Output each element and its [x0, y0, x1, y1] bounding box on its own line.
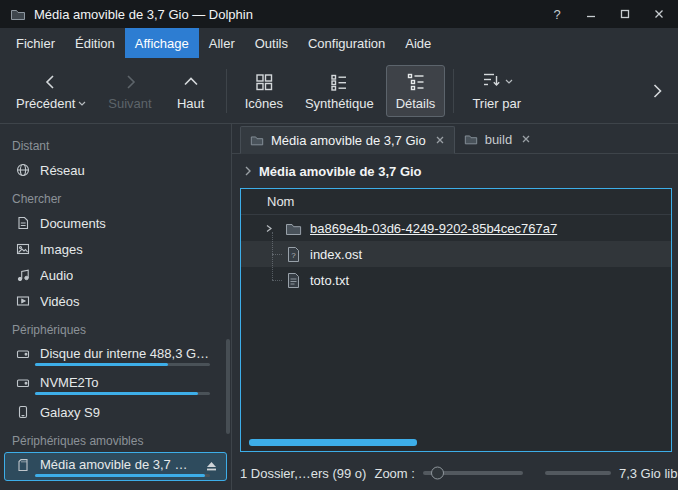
close-icon: [653, 8, 665, 20]
sidebar-item-documents[interactable]: Documents: [4, 210, 227, 236]
window-title: Média amovible de 3,7 Gio — Dolphin: [34, 7, 253, 22]
folder-icon: [464, 132, 478, 146]
image-icon: [15, 241, 31, 257]
menubar: Fichier Édition Affichage Aller Outils C…: [0, 28, 678, 58]
tab-close-icon[interactable]: [521, 134, 531, 144]
file-row-folder[interactable]: ba869e4b-03d6-4249-9202-85b4cec767a7: [241, 215, 671, 241]
up-icon: [180, 71, 202, 93]
main-view: Média amovible de 3,7 Gio build Média am…: [232, 124, 678, 490]
tab-close-icon[interactable]: [435, 135, 445, 145]
dolphin-window: Média amovible de 3,7 Gio — Dolphin ? Fi…: [0, 0, 678, 490]
file-row-index-ost[interactable]: ? index.ost: [241, 241, 671, 267]
grid-view-icon: [253, 71, 275, 93]
toolbar: Précédent Suivant Haut Icônes Synthétiqu…: [0, 58, 678, 124]
breadcrumb[interactable]: Média amovible de 3,7 Gio: [232, 154, 678, 188]
back-icon: [40, 71, 62, 93]
section-title-chercher: Chercher: [0, 183, 231, 210]
titlebar: Média amovible de 3,7 Gio — Dolphin ?: [0, 0, 678, 28]
zoom-label: Zoom :: [374, 466, 414, 481]
menu-item-edition[interactable]: Édition: [65, 28, 125, 58]
unknown-file-icon: ?: [285, 246, 302, 263]
column-header-nom[interactable]: Nom: [241, 189, 671, 215]
up-button[interactable]: Haut: [164, 65, 218, 117]
maximize-button[interactable]: [616, 5, 634, 23]
disk-usage-bar: [35, 363, 210, 366]
sidebar-item-reseau[interactable]: Réseau: [4, 157, 227, 183]
toolbar-separator: [226, 69, 227, 113]
file-rows: ba869e4b-03d6-4249-9202-85b4cec767a7 ? i…: [241, 215, 671, 451]
document-icon: [15, 215, 31, 231]
status-bar: 1 Dossier,…ers (99 o) Zoom : 7,3 Gio lib…: [232, 456, 678, 490]
expander-chevron-icon[interactable]: [265, 224, 273, 233]
disk-usage-bar: [35, 392, 210, 395]
sort-by-button[interactable]: Trier par: [462, 65, 531, 117]
details-view-button[interactable]: Détails: [386, 65, 446, 117]
app-icon: [10, 6, 26, 22]
network-icon: [15, 162, 31, 178]
sidebar-item-audio[interactable]: Audio: [4, 262, 227, 288]
chevron-down-icon: [78, 101, 86, 106]
toolbar-separator: [453, 69, 454, 113]
tab-bar: Média amovible de 3,7 Gio build: [232, 124, 678, 154]
overflow-chevron-icon: [646, 80, 668, 102]
chevron-down-icon: [505, 79, 513, 84]
menu-item-affichage[interactable]: Affichage: [125, 28, 199, 58]
forward-icon: [119, 71, 141, 93]
sidebar-item-galaxy-s9[interactable]: Galaxy S9: [4, 399, 227, 425]
details-view-icon: [405, 71, 427, 93]
help-icon: ?: [553, 7, 560, 22]
back-button[interactable]: Précédent: [6, 65, 96, 117]
disk-usage-bar: [35, 474, 210, 477]
hdd-icon: [15, 375, 31, 391]
tab-build[interactable]: build: [455, 125, 540, 153]
toolbar-overflow-button[interactable]: [642, 76, 672, 106]
folder-icon: [250, 133, 264, 147]
video-icon: [15, 293, 31, 309]
sidebar-scrollbar[interactable]: [226, 339, 230, 434]
content: Distant Réseau Chercher Documents Images…: [0, 124, 678, 490]
text-file-icon: [285, 272, 302, 289]
help-button[interactable]: ?: [548, 5, 566, 23]
hdd-icon: [15, 346, 31, 362]
forward-button[interactable]: Suivant: [98, 65, 161, 117]
menu-item-aide[interactable]: Aide: [395, 28, 441, 58]
sidebar-item-videos[interactable]: Vidéos: [4, 288, 227, 314]
zoom-slider[interactable]: [423, 471, 523, 475]
zoom-slider-handle[interactable]: [431, 467, 444, 480]
section-title-peripheriques: Périphériques: [0, 314, 231, 341]
compact-view-button[interactable]: Synthétique: [295, 65, 384, 117]
sidebar-item-disque-dur-interne[interactable]: Disque dur interne 488,3 G…: [4, 341, 227, 370]
section-title-distant: Distant: [0, 130, 231, 157]
sdcard-icon: [15, 457, 31, 473]
compact-view-icon: [328, 71, 350, 93]
window-controls: ?: [548, 5, 668, 23]
viewport: Nom ba869e4b-03d6-4249-9202-85b4cec767a7: [232, 188, 678, 456]
sidebar-item-nvme2to[interactable]: NVME2To: [4, 370, 227, 399]
breadcrumb-location[interactable]: Média amovible de 3,7 Gio: [259, 164, 422, 179]
menu-item-outils[interactable]: Outils: [245, 28, 298, 58]
maximize-icon: [619, 8, 631, 20]
eject-icon[interactable]: [205, 460, 218, 473]
sort-icon: [480, 69, 502, 94]
file-view[interactable]: Nom ba869e4b-03d6-4249-9202-85b4cec767a7: [240, 188, 672, 452]
sidebar-item-images[interactable]: Images: [4, 236, 227, 262]
selection-summary: 1 Dossier,…ers (99 o): [240, 466, 366, 481]
phone-icon: [15, 404, 31, 420]
folder-icon: [285, 220, 302, 237]
menu-item-configuration[interactable]: Configuration: [298, 28, 395, 58]
close-button[interactable]: [650, 5, 668, 23]
free-space-label: 7,3 Gio libre(s): [619, 466, 678, 481]
places-panel: Distant Réseau Chercher Documents Images…: [0, 124, 232, 490]
svg-text:?: ?: [291, 250, 296, 259]
tab-media-amovible[interactable]: Média amovible de 3,7 Gio: [240, 126, 455, 154]
file-row-toto-txt[interactable]: toto.txt: [241, 267, 671, 293]
menu-item-fichier[interactable]: Fichier: [6, 28, 65, 58]
icons-view-button[interactable]: Icônes: [235, 65, 293, 117]
menu-item-aller[interactable]: Aller: [199, 28, 245, 58]
horizontal-scrollbar[interactable]: [249, 439, 417, 446]
audio-icon: [15, 267, 31, 283]
free-space-bar: [545, 471, 611, 475]
sidebar-item-media-amovible[interactable]: Média amovible de 3,7 …: [4, 452, 227, 481]
section-title-peripheriques-amovibles: Périphériques amovibles: [0, 425, 231, 452]
minimize-button[interactable]: [582, 5, 600, 23]
